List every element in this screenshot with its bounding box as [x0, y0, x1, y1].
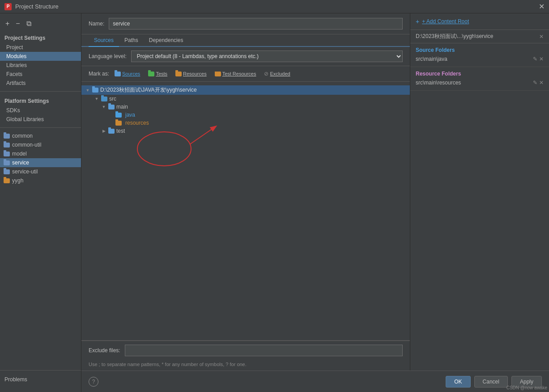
tree-src-label: src — [109, 96, 116, 102]
tree-src-folder-icon — [101, 97, 107, 101]
resource-folders-section: Resource Folders src\main\resources ✎ ✕ — [410, 67, 549, 91]
folder-icon — [4, 143, 10, 148]
content-area: Name: Sources Paths Dependencies — [81, 13, 549, 392]
tree-expand-arrow: ▼ — [94, 96, 99, 101]
exclude-files-bar: Exclude files: — [81, 341, 410, 360]
tree-main-label: main — [116, 104, 128, 110]
folder-icon — [4, 160, 10, 165]
sidebar-item-sdks[interactable]: SDKs — [0, 106, 81, 115]
mark-tests-label: Tests — [156, 71, 167, 76]
mark-resources-btn[interactable]: Resources — [173, 70, 209, 77]
path-close-btn[interactable]: ✕ — [539, 34, 544, 40]
folder-icon — [4, 152, 10, 156]
file-tree: ▼ D:\2023秋招面试\JAVA开发\yygh\service ▼ src … — [81, 82, 410, 340]
add-content-root-label[interactable]: + Add Content Root — [422, 18, 469, 25]
sidebar-item-project[interactable]: Project — [0, 43, 81, 52]
edit-resource-folder-btn[interactable]: ✎ — [533, 80, 537, 86]
problems-section: Problems — [0, 370, 81, 388]
lang-level-select[interactable]: Project default (8 - Lambdas, type annot… — [131, 51, 403, 62]
remove-resource-folder-btn[interactable]: ✕ — [539, 80, 544, 86]
mark-sources-btn[interactable]: Sources — [112, 70, 143, 77]
remove-button[interactable]: − — [14, 19, 21, 29]
module-item-service[interactable]: service — [0, 158, 81, 167]
content-main: Name: Sources Paths Dependencies — [81, 13, 549, 371]
tree-test-label: test — [116, 128, 125, 134]
module-list: common common-util model service service… — [0, 131, 81, 370]
remove-source-folder-btn[interactable]: ✕ — [539, 56, 544, 62]
tree-java-folder-icon — [115, 113, 122, 118]
excluded-icon: ⊘ — [264, 71, 268, 77]
ok-button[interactable]: OK — [446, 376, 470, 388]
source-folders-title: Source Folders — [416, 47, 544, 53]
add-button[interactable]: + — [4, 19, 11, 29]
module-item-yygh[interactable]: yygh — [0, 176, 81, 185]
resource-folder-entry: src\main\resources ✎ ✕ — [416, 79, 544, 87]
module-item-common-util[interactable]: common-util — [0, 140, 81, 149]
tree-src-node[interactable]: ▼ src — [81, 95, 410, 103]
module-item-service-util[interactable]: service-util — [0, 167, 81, 176]
libraries-label: Libraries — [6, 62, 27, 68]
close-button[interactable]: ✕ — [539, 2, 545, 11]
sidebar-divider — [0, 91, 81, 92]
tree-root-label: D:\2023秋招面试\JAVA开发\yygh\service — [100, 86, 197, 94]
problems-label: Problems — [4, 376, 27, 383]
sidebar-divider-2 — [0, 127, 81, 128]
name-input[interactable] — [109, 18, 403, 30]
tests-folder-icon — [148, 72, 154, 76]
add-icon: + — [416, 18, 419, 25]
mark-as-bar: Mark as: Sources Tests Resources — [81, 66, 410, 82]
tab-dependencies[interactable]: Dependencies — [144, 34, 189, 47]
sidebar-item-global-libs[interactable]: Global Libraries — [0, 115, 81, 124]
mark-test-resources-btn[interactable]: Test Resources — [212, 70, 259, 77]
sidebar-item-libraries[interactable]: Libraries — [0, 61, 81, 70]
sidebar: + − ⧉ Project Settings Project Modules L… — [0, 13, 81, 392]
tab-paths[interactable]: Paths — [119, 34, 144, 47]
app-icon: P — [4, 3, 12, 10]
cancel-button[interactable]: Cancel — [474, 376, 508, 388]
add-content-root-bar: + + Add Content Root — [410, 13, 549, 30]
path-header: D:\2023秋招面试\...\yygh\service ✕ — [410, 30, 549, 43]
tree-root-node[interactable]: ▼ D:\2023秋招面试\JAVA开发\yygh\service — [81, 85, 410, 95]
tree-main-folder-icon — [108, 105, 115, 110]
sdks-label: SDKs — [6, 107, 20, 114]
mark-excluded-btn[interactable]: ⊘ Excluded — [261, 70, 293, 78]
sidebar-item-artifacts[interactable]: Artifacts — [0, 79, 81, 88]
sidebar-item-facets[interactable]: Facets — [0, 70, 81, 79]
right-panel: + + Add Content Root D:\2023秋招面试\...\yyg… — [410, 13, 549, 371]
resource-folder-actions: ✎ ✕ — [533, 80, 544, 86]
tree-main-node[interactable]: ▼ main — [81, 103, 410, 111]
sidebar-toolbar: + − ⧉ — [0, 17, 81, 30]
tree-test-folder-icon — [108, 129, 115, 134]
project-label: Project — [6, 44, 23, 51]
tree-resources-folder-icon — [115, 121, 122, 126]
tree-test-node[interactable]: ▶ test — [81, 127, 410, 135]
module-label: yygh — [12, 177, 23, 184]
copy-button[interactable]: ⧉ — [25, 19, 33, 29]
module-item-model[interactable]: model — [0, 149, 81, 158]
platform-settings-label: Platform Settings — [0, 95, 81, 106]
resource-folder-path: src\main\resources — [416, 80, 461, 86]
folder-icon — [4, 134, 10, 139]
tree-expand-arrow: ▼ — [85, 88, 90, 93]
tree-resources-node[interactable]: ▶ resources — [81, 119, 410, 127]
mark-sources-label: Sources — [122, 71, 140, 76]
name-bar: Name: — [81, 13, 410, 34]
tree-java-node[interactable]: ▶ java — [81, 111, 410, 119]
lang-level-label: Language level: — [89, 53, 127, 59]
exclude-input[interactable] — [125, 345, 403, 356]
tree-collapse-arrow: ▶ — [101, 128, 106, 134]
tree-root-folder-icon — [92, 88, 98, 93]
module-label: service-util — [12, 169, 38, 175]
module-label: common-util — [12, 142, 41, 148]
test-resources-folder-icon — [215, 72, 221, 76]
sidebar-item-problems[interactable]: Problems — [4, 375, 77, 384]
help-button[interactable]: ? — [89, 377, 98, 387]
edit-source-folder-btn[interactable]: ✎ — [533, 56, 537, 62]
sidebar-item-modules[interactable]: Modules — [0, 52, 81, 61]
mark-tests-btn[interactable]: Tests — [145, 70, 170, 77]
exclude-hint: Use ; to separate name patterns, * for a… — [81, 360, 410, 371]
tab-sources[interactable]: Sources — [89, 34, 119, 47]
main-container: + − ⧉ Project Settings Project Modules L… — [0, 13, 549, 392]
module-label: model — [12, 151, 27, 157]
module-item-common[interactable]: common — [0, 131, 81, 140]
